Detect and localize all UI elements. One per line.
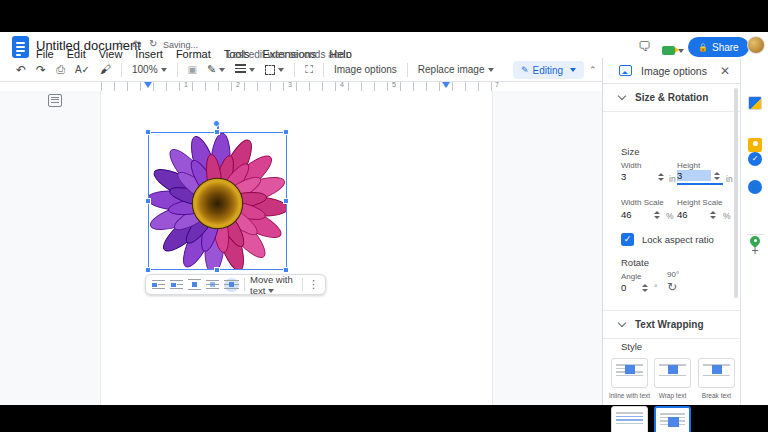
chevron-down-icon — [618, 92, 626, 100]
keep-icon[interactable] — [748, 138, 762, 152]
width-unit: in — [669, 174, 676, 184]
chevron-down-icon — [618, 319, 626, 327]
ruler-number: 3 — [288, 81, 292, 88]
contacts-icon[interactable]: 👤 — [748, 180, 762, 194]
width-scale-field[interactable]: 46 — [621, 209, 663, 220]
style-card-in-front-of-text[interactable] — [654, 406, 691, 432]
width-field[interactable]: 3 — [621, 171, 667, 182]
width-scale-unit: % — [666, 211, 674, 221]
style-card-label: Break text — [695, 392, 738, 399]
image-mode-icon: ▣ — [188, 65, 197, 75]
image-options-button[interactable]: Image options — [334, 64, 397, 75]
resize-handle-nw[interactable] — [145, 129, 151, 135]
format-toolbar: ↶ ↷ ⎙ A✓ 🖌 100% ▣ ✎ ⛶ Image options Repl… — [0, 58, 602, 82]
tasks-icon[interactable]: ✓ — [748, 152, 762, 166]
ruler-ticks — [101, 82, 492, 91]
width-stepper[interactable] — [658, 173, 664, 181]
width-scale-stepper[interactable] — [654, 211, 660, 219]
width-scale-label: Width Scale — [621, 198, 664, 207]
share-button[interactable]: 🔒Share — [688, 37, 749, 57]
style-card-inline-with-text[interactable] — [611, 358, 648, 388]
add-addon-icon[interactable]: + — [741, 244, 768, 258]
style-label: Style — [621, 341, 642, 352]
style-card-break-text[interactable] — [698, 358, 735, 388]
resize-handle-se[interactable] — [283, 267, 289, 273]
border-color-icon[interactable]: ✎ — [207, 64, 225, 75]
angle-label: Angle — [621, 272, 641, 281]
pencil-icon: ✎ — [521, 65, 529, 75]
account-avatar[interactable] — [747, 36, 765, 54]
height-scale-field[interactable]: 46 — [677, 209, 719, 220]
rotation-handle[interactable] — [213, 120, 220, 127]
move-with-text-select[interactable]: Move with text — [250, 274, 297, 296]
document-outline-icon[interactable] — [48, 94, 62, 107]
editing-mode-button[interactable]: ✎ Editing — [513, 61, 584, 79]
hide-menus-icon[interactable]: ⌃ — [589, 65, 597, 75]
document-canvas: Move with text ⋮ G ⇩ — [0, 91, 602, 405]
replace-image-button[interactable]: Replace image — [418, 64, 494, 75]
checkbox-checked-icon[interactable]: ✓ — [621, 233, 634, 246]
line-weight-icon[interactable] — [235, 61, 255, 79]
height-stepper[interactable] — [714, 172, 720, 180]
section-size-rotation[interactable]: Size & Rotation — [603, 84, 740, 112]
right-margin-marker[interactable] — [442, 82, 450, 88]
height-field[interactable]: 3 — [677, 170, 723, 185]
angle-value: 0 — [621, 282, 639, 293]
angle-unit: ° — [654, 283, 657, 293]
more-options-icon[interactable]: ⋮ — [308, 278, 319, 291]
comment-history-icon[interactable]: 🗨 — [638, 40, 651, 53]
meet-icon[interactable] — [662, 41, 684, 59]
lock-icon: 🔒 — [698, 43, 708, 52]
undo-icon[interactable]: ↶ — [16, 64, 26, 76]
height-value: 3 — [677, 170, 711, 181]
height-scale-unit: % — [723, 211, 731, 221]
lock-aspect-label: Lock aspect ratio — [642, 234, 714, 245]
wrap-inline-icon[interactable] — [152, 279, 165, 291]
paint-format-icon[interactable]: 🖌 — [100, 64, 111, 75]
break-text-icon[interactable] — [188, 279, 201, 291]
google-docs-window: Untitled document ☆ 🗀 ↻ Saving... File E… — [0, 32, 768, 405]
resize-handle-sw[interactable] — [145, 267, 151, 273]
section-text-wrapping[interactable]: Text Wrapping — [603, 311, 740, 339]
resize-handle-ne[interactable] — [283, 129, 289, 135]
height-scale-stepper[interactable] — [710, 211, 716, 219]
horizontal-ruler[interactable]: 1 2 3 4 5 6 7 — [0, 82, 602, 91]
in-front-of-text-icon[interactable] — [224, 278, 239, 292]
style-card-wrap-text[interactable] — [654, 358, 691, 388]
crop-icon[interactable]: ⛶ — [305, 64, 313, 75]
rotate-label: Rotate — [621, 257, 649, 268]
calendar-icon[interactable] — [748, 96, 762, 110]
print-icon[interactable]: ⎙ — [56, 64, 65, 75]
lock-aspect-row[interactable]: ✓ Lock aspect ratio — [621, 233, 714, 246]
width-value: 3 — [621, 171, 655, 182]
redo-icon[interactable]: ↷ — [36, 64, 46, 76]
zoom-value: 100% — [132, 64, 158, 75]
behind-text-icon[interactable] — [206, 279, 219, 291]
resize-handle-e[interactable] — [283, 198, 289, 204]
width-scale-value: 46 — [621, 209, 651, 220]
docs-logo-icon[interactable] — [12, 36, 29, 58]
angle-stepper[interactable] — [642, 284, 648, 292]
height-scale-label: Height Scale — [677, 198, 722, 207]
spellcheck-icon[interactable]: A✓ — [75, 65, 90, 75]
side-apps-strip: ✓ 👤 + — [740, 58, 768, 405]
text-wrapping-label: Text Wrapping — [635, 319, 704, 330]
left-margin-marker[interactable] — [144, 82, 152, 88]
image-icon — [619, 65, 632, 76]
size-label: Size — [621, 146, 639, 157]
close-panel-icon[interactable]: ✕ — [720, 64, 730, 78]
resize-handle-n[interactable] — [214, 129, 220, 135]
zoom-select[interactable]: 100% — [132, 64, 167, 75]
panel-scrollbar[interactable] — [734, 88, 738, 298]
border-dash-icon[interactable] — [265, 61, 284, 79]
wrap-text-icon[interactable] — [170, 279, 183, 291]
image-selection-box[interactable] — [148, 132, 287, 270]
height-scale-value: 46 — [677, 209, 707, 220]
image-options-panel: Image options ✕ Size & Rotation Size Wid… — [602, 58, 740, 405]
style-card-behind-text[interactable] — [611, 406, 648, 432]
resize-handle-w[interactable] — [145, 198, 151, 204]
angle-field[interactable]: 0 — [621, 282, 651, 293]
resize-handle-s[interactable] — [214, 267, 220, 273]
rotate-90-icon[interactable]: ↻ — [667, 280, 677, 294]
rotate-90-label: 90° — [667, 270, 679, 279]
